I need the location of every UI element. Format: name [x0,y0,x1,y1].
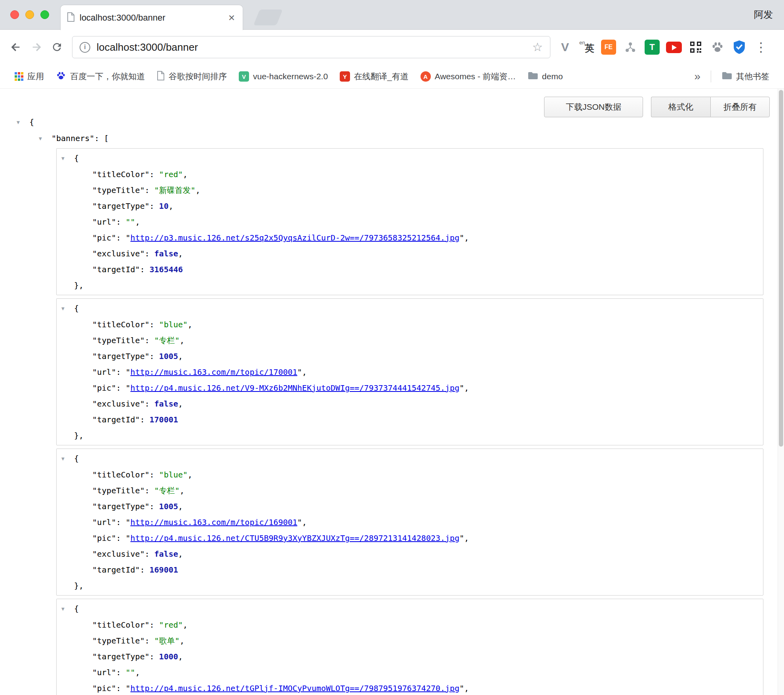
baidu-paw-icon [56,71,66,83]
collapse-toggle-icon[interactable]: ▼ [61,151,74,166]
paw-extension-icon[interactable] [708,38,727,56]
json-property-line: "typeTitle": "歌单", [57,633,763,649]
vue-icon: V [239,71,249,82]
json-property-line: "titleColor": "red", [57,617,763,633]
forward-button[interactable] [26,37,47,57]
json-tree: ▼{ ▼"banners": [ ▼{"titleColor": "red","… [0,114,778,695]
json-url-link[interactable]: http://p4.music.126.net/tGPljf-IMOCyPvum… [130,684,459,693]
translate-extension-icon[interactable]: en 英 [578,38,596,56]
collapse-toggle-icon[interactable]: ▼ [61,451,74,467]
shield-t-extension-icon[interactable]: T [643,38,661,56]
json-object-box: ▼{"titleColor": "red","typeTitle": "歌单",… [56,599,763,695]
bookmark-baidu[interactable]: 百度一下，你就知道 [51,68,150,85]
json-property-line: "pic": "http://p4.music.126.net/tGPljf-I… [57,680,763,695]
bookmark-youdao-translate[interactable]: Y 在线翻译_有道 [335,69,414,84]
folder-icon [722,72,732,82]
browser-tab[interactable]: localhost:3000/banner × [60,5,243,30]
tab-close-icon[interactable]: × [227,12,236,23]
json-banners-line: ▼"banners": [ [0,130,778,147]
bookmark-apps[interactable]: 应用 [10,69,49,84]
page-favicon-icon [67,12,75,23]
bookmarks-divider [711,71,711,82]
url-text: localhost:3000/banner [97,41,198,53]
window-titlebar: localhost:3000/banner × 阿发 [0,0,784,30]
youtube-extension-icon[interactable] [665,38,683,56]
json-property-line: "targetType": 1005, [57,498,763,514]
json-object-close-line: }, [57,428,763,443]
json-url-link[interactable]: http://music.163.com/m/topic/170001 [130,367,297,377]
fehelper-extension-icon[interactable]: FE [599,38,618,56]
extensions-bar: V en 英 FE T ⋮ [556,38,770,56]
org-extension-icon[interactable] [621,38,639,56]
page-content: 下载JSON数据 格式化 折叠所有 ▼{ ▼"banners": [ ▼{"ti… [0,89,784,695]
json-property-line: "targetType": 10, [57,198,763,214]
scrollbar-thumb[interactable] [779,90,783,447]
json-root-key: "banners" [51,134,94,143]
json-property-line: "exclusive": false, [57,546,763,562]
traffic-lights [10,10,49,19]
youdao-icon: Y [340,71,350,82]
json-property-line: "url": "http://music.163.com/m/topic/170… [57,364,763,380]
vimium-extension-icon[interactable]: V [556,38,574,56]
bookmark-awesomes[interactable]: A Awesomes - 前端资… [415,69,521,84]
collapse-toggle-icon[interactable]: ▼ [39,131,51,147]
collapse-toggle-icon[interactable]: ▼ [17,115,29,130]
page-icon [157,71,165,82]
window-minimize-button[interactable] [25,10,34,19]
json-url-link[interactable]: http://p4.music.126.net/V9-MXz6b2MNhEKju… [130,383,459,393]
other-bookmarks[interactable]: 其他书签 [717,69,774,84]
json-property-line: "titleColor": "blue", [57,317,763,332]
collapse-toggle-icon[interactable]: ▼ [61,601,74,617]
json-property-line: "titleColor": "blue", [57,467,763,483]
json-property-line: "url": "", [57,664,763,680]
json-object-box: ▼{"titleColor": "blue","typeTitle": "专栏"… [56,449,763,596]
window-zoom-button[interactable] [40,10,49,19]
window-close-button[interactable] [10,10,19,19]
json-property-line: "targetId": 3165446 [57,262,763,277]
json-property-line: "pic": "http://p4.music.126.net/V9-MXz6b… [57,380,763,396]
bookmark-star-icon[interactable]: ☆ [532,41,543,53]
profile-name[interactable]: 阿发 [754,0,773,29]
page-info-icon[interactable]: i [80,42,90,53]
address-bar[interactable]: i localhost:3000/banner ☆ [72,36,550,58]
new-tab-button[interactable] [253,10,283,25]
bookmark-google-sort[interactable]: 谷歌按时间排序 [152,69,232,85]
json-property-line: "pic": "http://p3.music.126.net/s25q2x5Q… [57,230,763,246]
bookmark-vue-hackernews[interactable]: V vue-hackernews-2.0 [234,69,333,84]
json-property-line: "typeTitle": "专栏", [57,332,763,348]
back-button[interactable] [6,37,26,57]
json-url-link[interactable]: http://p3.music.126.net/s25q2x5QyqsAzilC… [130,233,459,242]
json-object-close-line: }, [57,277,763,293]
json-property-line: "targetId": 170001 [57,412,763,428]
qrcode-extension-icon[interactable] [687,38,705,56]
json-property-line: "typeTitle": "新碟首发", [57,182,763,198]
bookmarks-bar: 应用 百度一下，你就知道 谷歌按时间排序 V vue-hackernews-2.… [0,65,784,89]
json-property-line: "targetType": 1005, [57,348,763,364]
json-property-line: "titleColor": "red", [57,166,763,182]
browser-toolbar: i localhost:3000/banner ☆ V en 英 FE T ⋮ [0,30,784,65]
apps-grid-icon [15,72,23,81]
json-url-link[interactable]: http://music.163.com/m/topic/169001 [130,517,297,527]
json-property-line: "typeTitle": "专栏", [57,483,763,498]
json-property-line: "exclusive": false, [57,246,763,262]
json-property-line: "exclusive": false, [57,396,763,412]
bookmarks-overflow-chevron-icon[interactable]: » [689,70,705,83]
vertical-scrollbar[interactable] [778,89,784,695]
bookmark-demo-folder[interactable]: demo [523,69,568,84]
collapse-toggle-icon[interactable]: ▼ [61,301,74,317]
awesomes-icon: A [421,71,431,82]
json-property-line: "pic": "http://p4.music.126.net/CTU5B9R9… [57,530,763,546]
reload-button[interactable] [47,37,67,57]
json-object-close-line: }, [57,578,763,594]
json-object-box: ▼{"titleColor": "red","typeTitle": "新碟首发… [56,148,763,295]
json-array-items: ▼{"titleColor": "red","typeTitle": "新碟首发… [56,148,763,695]
json-property-line: "targetId": 169001 [57,562,763,578]
json-root-line: ▼{ [0,114,778,130]
folder-icon [528,72,538,82]
json-property-line: "url": "", [57,214,763,230]
json-url-link[interactable]: http://p4.music.126.net/CTU5B9R9y3XyYBZX… [130,533,459,543]
tab-title: localhost:3000/banner [80,13,222,23]
browser-menu-icon[interactable]: ⋮ [752,38,770,56]
json-property-line: "url": "http://music.163.com/m/topic/169… [57,514,763,530]
security-shield-extension-icon[interactable] [730,38,748,56]
